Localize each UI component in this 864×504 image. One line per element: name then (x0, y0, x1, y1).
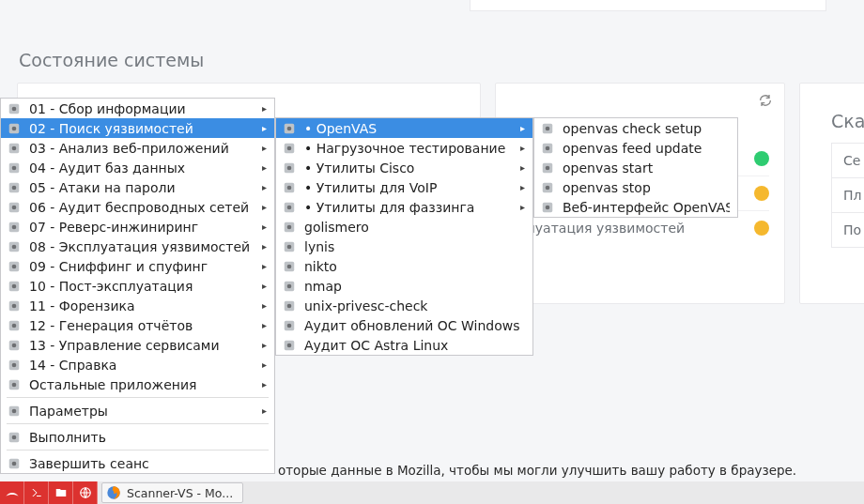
svg-point-19 (12, 283, 17, 288)
menu-item-label: golismero (304, 220, 525, 235)
svg-point-33 (12, 435, 17, 439)
firefox-icon (106, 485, 121, 500)
menu-item-label: 14 - Справка (29, 358, 255, 373)
menu-item[interactable]: openvas feed update (534, 138, 737, 158)
menu-separator (7, 397, 269, 398)
menu-item-label: openvas stop (563, 180, 730, 195)
menu-item[interactable]: openvas check setup (534, 118, 737, 138)
menu-item[interactable]: openvas stop (534, 177, 737, 197)
menu-item[interactable]: 14 - Справка▸ (1, 355, 274, 374)
submenu-arrow-icon: ▸ (262, 162, 267, 173)
menu-item-label: 02 - Поиск уязвимостей (29, 121, 255, 136)
menu-item[interactable]: 03 - Анализ веб-приложений▸ (1, 138, 274, 158)
refresh-icon[interactable] (758, 93, 773, 108)
menu-item[interactable]: Параметры▸ (1, 401, 274, 420)
menu-item[interactable]: Аудит обновлений ОС Windows (276, 315, 532, 335)
menu-item[interactable]: openvas start (534, 158, 737, 177)
menu-item[interactable]: Завершить сеанс (1, 453, 274, 473)
menu-item[interactable]: • OpenVAS▸ (276, 118, 532, 138)
start-button[interactable] (0, 481, 24, 504)
menu-item[interactable]: 01 - Сбор информации▸ (1, 99, 274, 118)
svg-point-41 (287, 165, 292, 170)
menu-item[interactable]: • Утилиты Cisco▸ (276, 158, 532, 177)
menu-item-label: 01 - Сбор информации (29, 101, 255, 116)
submenu-openvas[interactable]: openvas check setupopenvas feed updateop… (533, 117, 738, 218)
menu-item[interactable]: nmap (276, 276, 532, 296)
app-icon (7, 430, 22, 445)
menu-item[interactable]: lynis (276, 237, 532, 256)
menu-item[interactable]: 07 - Реверс-инжиниринг▸ (1, 217, 274, 237)
svg-point-69 (546, 205, 550, 209)
menu-item[interactable]: 10 - Пост-эксплуатация▸ (1, 276, 274, 296)
menu-item[interactable]: Веб-интерфейс OpenVAS (534, 197, 737, 217)
browser-launcher[interactable] (73, 481, 98, 504)
menu-item[interactable]: 13 - Управление сервисами▸ (1, 335, 274, 355)
page-title: Состояние системы (19, 50, 204, 70)
menu-item[interactable]: 11 - Форензика▸ (1, 296, 274, 315)
menu-item[interactable]: Выполнить (1, 427, 274, 447)
svg-point-51 (287, 264, 292, 268)
submenu-vulnerability[interactable]: • OpenVAS▸• Нагрузочное тестирование▸• У… (275, 117, 533, 356)
submenu-arrow-icon: ▸ (262, 281, 267, 291)
app-icon (282, 121, 297, 136)
menu-item-label: nikto (304, 259, 525, 274)
menu-item[interactable]: nikto (276, 256, 532, 276)
svg-point-3 (12, 126, 17, 130)
menu-item[interactable]: 02 - Поиск уязвимостей▸ (1, 118, 274, 138)
menu-item[interactable]: • Утилиты для VoIP▸ (276, 177, 532, 197)
app-icon (7, 121, 22, 136)
submenu-arrow-icon: ▸ (520, 162, 525, 173)
app-icon (282, 338, 297, 353)
app-icon (540, 200, 555, 215)
side-item[interactable]: Пл (831, 178, 864, 213)
menu-item-label: 03 - Анализ веб-приложений (29, 141, 255, 156)
svg-point-59 (287, 343, 292, 347)
app-icon (7, 239, 22, 254)
menu-item[interactable]: 04 - Аудит баз данных▸ (1, 158, 274, 177)
app-icon (282, 220, 297, 235)
submenu-arrow-icon: ▸ (520, 182, 525, 192)
app-icon (7, 358, 22, 373)
menu-item-label: 13 - Управление сервисами (29, 338, 255, 353)
menu-item[interactable]: golismero (276, 217, 532, 237)
svg-point-17 (12, 264, 17, 268)
menu-item[interactable]: unix-privesc-check (276, 296, 532, 315)
menu-item[interactable]: 12 - Генерация отчётов▸ (1, 315, 274, 335)
menu-item[interactable]: • Нагрузочное тестирование▸ (276, 138, 532, 158)
menu-item[interactable]: • Утилиты для фаззинга▸ (276, 197, 532, 217)
menu-item-label: openvas start (563, 160, 730, 176)
menu-item-label: Параметры (29, 404, 255, 419)
menu-item-label: unix-privesc-check (304, 298, 525, 313)
menu-item[interactable]: 06 - Аудит беспроводных сетей▸ (1, 197, 274, 217)
app-icon (7, 279, 22, 294)
menu-item-label: Веб-интерфейс OpenVAS (563, 200, 730, 215)
app-icon (282, 141, 297, 156)
svg-point-49 (287, 244, 292, 249)
app-icon (282, 318, 297, 333)
app-icon (282, 200, 297, 215)
submenu-arrow-icon: ▸ (262, 261, 267, 271)
svg-point-63 (546, 145, 550, 150)
menu-item[interactable]: Остальные приложения▸ (1, 374, 274, 394)
menu-item[interactable]: Аудит ОС Astra Linux (276, 335, 532, 355)
menu-item[interactable]: 09 - Сниффинг и спуфинг▸ (1, 256, 274, 276)
app-icon (7, 456, 22, 471)
status-dot-amber-icon (754, 221, 769, 236)
menu-item-label: openvas check setup (563, 121, 730, 136)
menu-item-label: 06 - Аудит беспроводных сетей (29, 200, 255, 215)
files-launcher[interactable] (49, 481, 73, 504)
menu-item[interactable]: 05 - Атаки на пароли▸ (1, 177, 274, 197)
svg-point-9 (12, 185, 17, 190)
menu-item[interactable]: 08 - Эксплуатация уязвимостей▸ (1, 237, 274, 256)
side-item[interactable]: Се (831, 143, 864, 178)
submenu-arrow-icon: ▸ (262, 123, 267, 133)
menu-item-label: 07 - Реверс-инжиниринг (29, 220, 255, 235)
side-item[interactable]: По (831, 213, 864, 248)
menu-item-label: Завершить сеанс (29, 456, 267, 471)
submenu-arrow-icon: ▸ (262, 103, 267, 114)
start-menu[interactable]: 01 - Сбор информации▸02 - Поиск уязвимос… (0, 98, 275, 474)
taskbar-task[interactable]: Scanner-VS - Mo... (101, 482, 243, 503)
terminal-launcher[interactable] (24, 481, 49, 504)
svg-point-37 (287, 126, 292, 130)
submenu-arrow-icon: ▸ (262, 405, 267, 416)
